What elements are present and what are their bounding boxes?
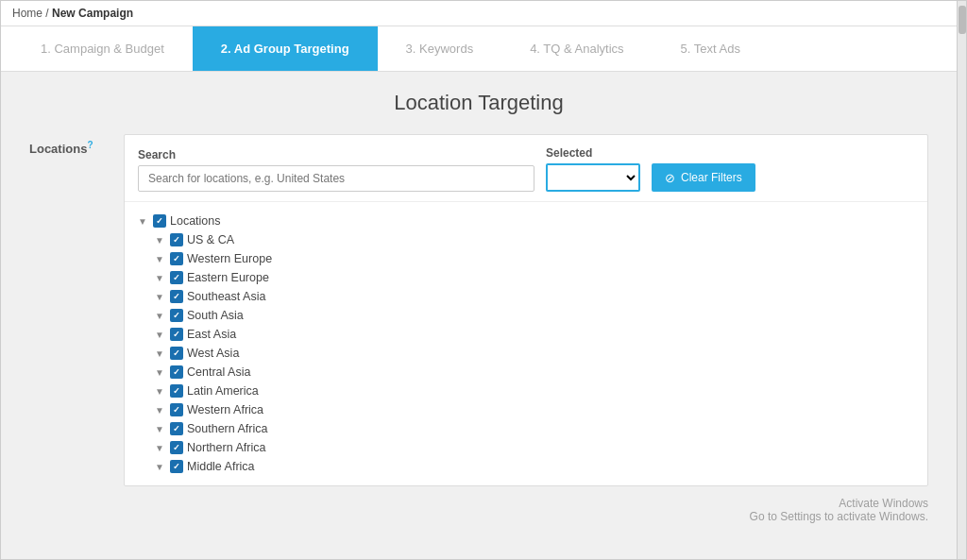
tab-ad-group-targeting[interactable]: 2. Ad Group Targeting [193,26,378,71]
search-group: Search [138,148,534,192]
node-eastern-europe-label[interactable]: Eastern Europe [187,271,269,284]
activate-windows-watermark: Activate Windows Go to Settings to activ… [750,497,928,523]
right-scrollbar[interactable] [957,1,966,560]
node-east-asia-label[interactable]: East Asia [187,328,236,341]
node-latin-america-label[interactable]: Latin America [187,384,259,398]
tabs-bar: 1. Campaign & Budget 2. Ad Group Targeti… [1,26,957,72]
node-western-africa-label[interactable]: Western Africa [187,403,263,416]
tree-root-node: ▼ Locations [138,212,914,230]
node-west-asia-label[interactable]: West Asia [187,347,239,360]
chevron-icon[interactable]: ▼ [155,273,166,283]
checkbox-southeast-asia[interactable] [170,290,183,303]
locations-label: Locations? [29,134,105,156]
locations-section: Locations? Search Selected [29,134,928,486]
tree-node-western-europe: ▼ Western Europe [138,249,914,268]
search-input[interactable] [138,165,534,192]
tree-node-latin-america: ▼ Latin America [138,382,914,400]
chevron-icon[interactable]: ▼ [155,424,166,434]
chevron-icon[interactable]: ▼ [155,443,166,453]
tree-node-east-asia: ▼ East Asia [138,325,914,344]
clear-filters-button[interactable]: ⊘ Clear Filters [652,163,755,192]
locations-help-icon[interactable]: ? [87,140,93,150]
node-locations-label[interactable]: Locations [170,214,221,228]
chevron-icon[interactable]: ▼ [155,405,166,416]
page-title: Location Targeting [29,91,928,115]
tree-node-eastern-europe: ▼ Eastern Europe [138,268,914,287]
node-southern-africa-label[interactable]: Southern Africa [187,422,267,435]
tab-tq-analytics[interactable]: 4. TQ & Analytics [501,26,652,71]
tree-node-south-asia: ▼ South Asia [138,306,914,325]
watermark-line2: Go to Settings to activate Windows. [750,510,928,523]
clear-filters-label: Clear Filters [681,171,742,184]
tree-node-us-ca: ▼ US & CA [138,230,914,249]
tree-node-southern-africa: ▼ Southern Africa [138,419,914,438]
breadcrumb-home[interactable]: Home [12,7,42,20]
checkbox-western-europe[interactable] [170,252,183,265]
selected-select[interactable] [546,163,640,192]
checkbox-central-asia[interactable] [170,365,183,379]
chevron-icon[interactable]: ▼ [155,254,166,264]
checkbox-northern-africa[interactable] [170,441,183,454]
watermark-line1: Activate Windows [750,497,928,510]
tree-node-central-asia: ▼ Central Asia [138,363,914,382]
main-content: Location Targeting Locations? Search Sel… [1,72,957,545]
chevron-icon[interactable]: ▼ [155,348,166,359]
checkbox-eastern-europe[interactable] [170,271,183,284]
tree-node-middle-africa: ▼ Middle Africa [138,457,914,476]
node-western-europe-label[interactable]: Western Europe [187,252,272,265]
tree-node-northern-africa: ▼ Northern Africa [138,438,914,457]
node-southeast-asia-label[interactable]: Southeast Asia [187,290,265,303]
node-central-asia-label[interactable]: Central Asia [187,365,250,379]
node-northern-africa-label[interactable]: Northern Africa [187,441,265,454]
checkbox-southern-africa[interactable] [170,422,183,435]
checkbox-latin-america[interactable] [170,384,183,398]
chevron-icon[interactable]: ▼ [155,367,166,378]
checkbox-locations[interactable] [153,214,166,228]
node-middle-africa-label[interactable]: Middle Africa [187,460,255,473]
filter-icon: ⊘ [665,171,675,185]
locations-panel: Search Selected ⊘ Clear Filters [124,134,928,486]
chevron-icon[interactable]: ▼ [155,386,166,397]
node-south-asia-label[interactable]: South Asia [187,309,244,322]
tab-keywords[interactable]: 3. Keywords [378,26,502,71]
breadcrumb: Home / New Campaign [1,1,957,26]
breadcrumb-current: New Campaign [52,7,133,20]
tab-text-ads[interactable]: 5. Text Ads [653,26,769,71]
checkbox-middle-africa[interactable] [170,460,183,473]
tree-node-southeast-asia: ▼ Southeast Asia [138,287,914,306]
checkbox-western-africa[interactable] [170,403,183,416]
tree-node-western-africa: ▼ Western Africa [138,400,914,419]
chevron-icon[interactable]: ▼ [155,330,166,340]
chevron-icon[interactable]: ▼ [138,216,149,227]
filter-row: Search Selected ⊘ Clear Filters [125,135,927,202]
selected-label: Selected [546,146,640,160]
checkbox-south-asia[interactable] [170,309,183,322]
checkbox-us-ca[interactable] [170,233,183,246]
node-us-ca-label[interactable]: US & CA [187,233,234,246]
chevron-icon[interactable]: ▼ [155,235,166,246]
scrollbar-thumb[interactable] [959,6,966,34]
checkbox-west-asia[interactable] [170,347,183,360]
tab-campaign-budget[interactable]: 1. Campaign & Budget [12,26,193,71]
checkbox-east-asia[interactable] [170,328,183,341]
chevron-icon[interactable]: ▼ [155,462,166,472]
search-label: Search [138,148,534,161]
chevron-icon[interactable]: ▼ [155,311,166,321]
tree-node-west-asia: ▼ West Asia [138,344,914,363]
tree-area: ▼ Locations ▼ US & CA ▼ [125,202,927,485]
selected-group: Selected [546,146,640,192]
chevron-icon[interactable]: ▼ [155,292,166,302]
